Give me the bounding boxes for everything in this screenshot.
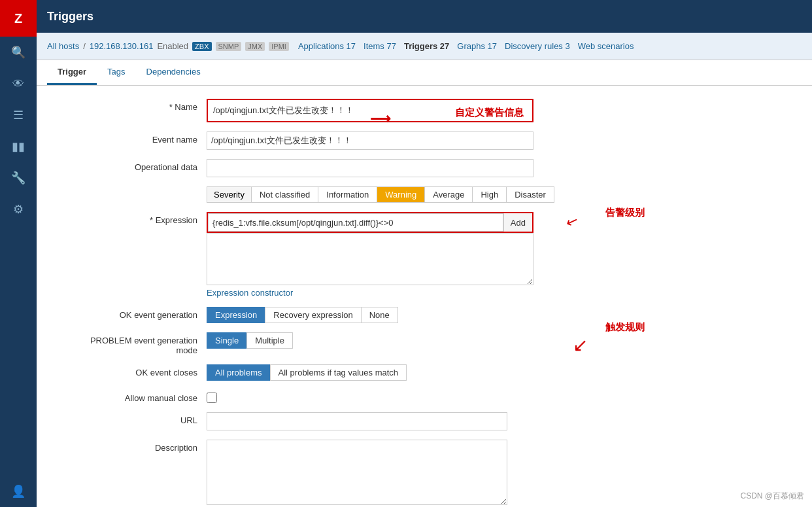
content-area: 自定义警告信息 ⟶ 告警级别 ↙ 触发规则 ↙ * Name Event nam… bbox=[37, 86, 812, 507]
ok-event-row: OK event generation Expression Recovery … bbox=[76, 307, 799, 323]
sidebar-icon-eye[interactable]: 👁 bbox=[0, 68, 37, 99]
ok-closes-row: OK event closes All problems All problem… bbox=[76, 364, 799, 381]
event-name-label: Event name bbox=[76, 131, 207, 145]
severity-group: Severity Not classified Information Warn… bbox=[207, 186, 554, 203]
expression-add-button[interactable]: Add bbox=[503, 213, 532, 232]
expression-constructor-link[interactable]: Expression constructor bbox=[207, 288, 533, 298]
name-row: * Name bbox=[76, 99, 799, 122]
sidebar: Z 🔍 👁 ☰ ▮▮ 🔧 ⚙ 👤 bbox=[0, 0, 37, 507]
nav-discovery[interactable]: Discovery rules 3 bbox=[505, 41, 570, 51]
ok-event-expression[interactable]: Expression bbox=[207, 307, 265, 323]
name-input[interactable] bbox=[209, 101, 531, 120]
expression-input[interactable] bbox=[208, 213, 503, 232]
main-content: Triggers All hosts / 192.168.130.161 Ena… bbox=[37, 0, 812, 507]
event-name-field bbox=[207, 131, 533, 150]
expression-textarea[interactable] bbox=[207, 233, 533, 285]
breadcrumb-sep1: / bbox=[83, 41, 86, 51]
nav-links: Applications 17 Items 77 Triggers 27 Gra… bbox=[298, 41, 634, 51]
badge-ipmi: IPMI bbox=[269, 42, 289, 51]
sidebar-icon-wrench[interactable]: 🔧 bbox=[0, 162, 37, 194]
sidebar-icon-gear[interactable]: ⚙ bbox=[0, 194, 37, 225]
sev-average[interactable]: Average bbox=[425, 187, 473, 202]
operational-data-label: Operational data bbox=[76, 159, 207, 172]
url-row: URL bbox=[76, 412, 799, 430]
sev-disaster[interactable]: Disaster bbox=[507, 187, 554, 202]
name-field-wrapper bbox=[207, 99, 533, 122]
sidebar-icon-chart[interactable]: ▮▮ bbox=[0, 131, 37, 162]
nav-items[interactable]: Items 77 bbox=[364, 41, 396, 51]
name-label: * Name bbox=[76, 99, 207, 112]
allow-manual-checkbox[interactable] bbox=[207, 393, 217, 403]
ok-closes-label: OK event closes bbox=[76, 364, 207, 377]
nav-web-scenarios[interactable]: Web scenarios bbox=[578, 41, 634, 51]
watermark: CSDN @百慕倾君 bbox=[740, 491, 804, 502]
expression-field-wrapper: Add Expression constructor bbox=[207, 212, 533, 298]
sev-high[interactable]: High bbox=[473, 187, 507, 202]
breadcrumb-bar: All hosts / 192.168.130.161 Enabled ZBX … bbox=[37, 33, 812, 60]
expression-top: Add bbox=[207, 212, 533, 233]
operational-data-field bbox=[207, 159, 533, 177]
tabs-bar: Trigger Tags Dependencies bbox=[37, 60, 812, 86]
allow-manual-label: Allow manual close bbox=[76, 390, 207, 403]
operational-data-input[interactable] bbox=[207, 159, 533, 177]
tab-tags[interactable]: Tags bbox=[97, 60, 135, 85]
url-label: URL bbox=[76, 412, 207, 425]
mode-multiple[interactable]: Multiple bbox=[246, 332, 293, 349]
closes-tag-match[interactable]: All problems if tag values match bbox=[270, 364, 407, 381]
nav-triggers[interactable]: Triggers 27 bbox=[404, 41, 449, 51]
closes-all-problems[interactable]: All problems bbox=[207, 364, 270, 381]
ok-closes-group: All problems All problems if tag values … bbox=[207, 364, 407, 381]
breadcrumb-all-hosts[interactable]: All hosts bbox=[47, 41, 79, 51]
problem-mode-row: PROBLEM event generation mode Single Mul… bbox=[76, 332, 799, 355]
expression-label: * Expression bbox=[76, 212, 207, 225]
ok-event-recovery[interactable]: Recovery expression bbox=[265, 307, 360, 323]
page-title: Triggers bbox=[47, 10, 93, 24]
problem-mode-label: PROBLEM event generation mode bbox=[76, 332, 207, 355]
nav-graphs[interactable]: Graphs 17 bbox=[457, 41, 497, 51]
event-name-input[interactable] bbox=[207, 131, 533, 150]
nav-applications[interactable]: Applications 17 bbox=[298, 41, 356, 51]
breadcrumb-status: Enabled bbox=[157, 41, 188, 51]
ok-event-none[interactable]: None bbox=[361, 307, 398, 323]
severity-row: Severity Not classified Information Warn… bbox=[76, 186, 799, 203]
badge-zbx: ZBX bbox=[192, 42, 211, 51]
sev-not-classified[interactable]: Not classified bbox=[252, 187, 318, 202]
sidebar-icon-user[interactable]: 👤 bbox=[0, 476, 37, 507]
severity-cell-label: Severity bbox=[207, 187, 252, 202]
badge-jmx: JMX bbox=[245, 42, 265, 51]
description-textarea[interactable] bbox=[207, 440, 507, 505]
sev-warning[interactable]: Warning bbox=[377, 187, 425, 202]
problem-mode-group: Single Multiple bbox=[207, 332, 293, 349]
sev-information[interactable]: Information bbox=[318, 187, 377, 202]
top-header: Triggers bbox=[37, 0, 812, 33]
severity-label bbox=[76, 186, 207, 190]
sidebar-icon-search[interactable]: 🔍 bbox=[0, 37, 37, 68]
sidebar-icon-list[interactable]: ☰ bbox=[0, 99, 37, 131]
allow-manual-row: Allow manual close bbox=[76, 390, 799, 403]
tab-dependencies[interactable]: Dependencies bbox=[136, 60, 211, 85]
tab-trigger[interactable]: Trigger bbox=[47, 60, 97, 85]
operational-data-row: Operational data bbox=[76, 159, 799, 177]
ok-event-label: OK event generation bbox=[76, 307, 207, 320]
event-name-row: Event name bbox=[76, 131, 799, 150]
description-label: Description bbox=[76, 440, 207, 453]
badge-snmp: SNMP bbox=[216, 42, 242, 51]
expression-row: * Expression Add Expression constructor bbox=[76, 212, 799, 298]
ok-event-group: Expression Recovery expression None bbox=[207, 307, 398, 323]
breadcrumb-host[interactable]: 192.168.130.161 bbox=[90, 41, 154, 51]
mode-single[interactable]: Single bbox=[207, 332, 246, 349]
url-input[interactable] bbox=[207, 412, 507, 430]
description-row: Description bbox=[76, 440, 799, 505]
logo[interactable]: Z bbox=[0, 0, 37, 37]
